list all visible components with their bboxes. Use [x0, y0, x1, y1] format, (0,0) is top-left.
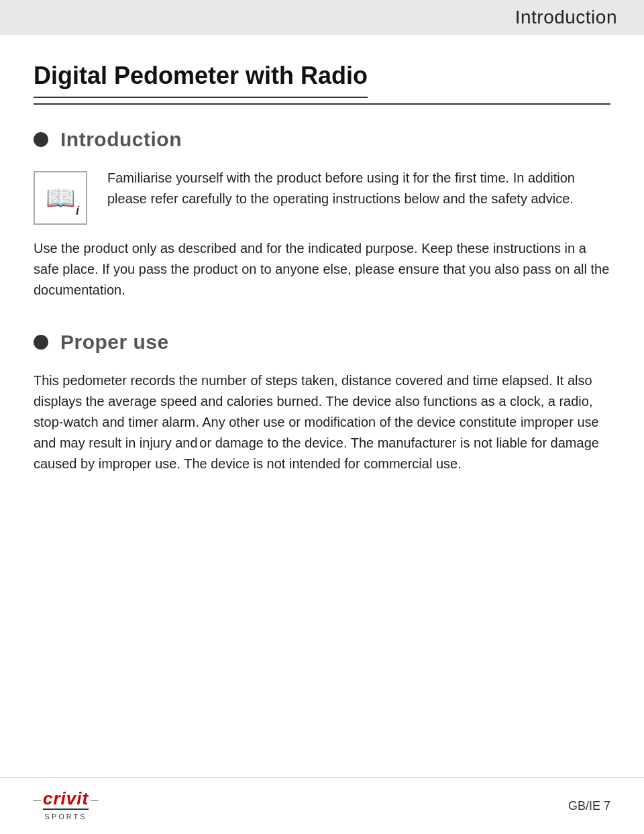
- intro-text-block: Familiarise yourself with the product be…: [107, 168, 610, 209]
- introduction-section-header: Introduction: [34, 128, 610, 151]
- book-icon: 📖: [46, 186, 76, 210]
- main-content: Digital Pedometer with Radio Introductio…: [0, 35, 644, 777]
- product-title: Digital Pedometer with Radio: [34, 62, 368, 98]
- header-bar: Introduction: [0, 0, 644, 35]
- proper-use-section: Proper use This pedometer records the nu…: [34, 331, 610, 474]
- page-number: GB/IE 7: [568, 799, 610, 813]
- introduction-paragraph2: Use the product only as described and fo…: [34, 238, 610, 301]
- page-footer: — crivit — SPORTS GB/IE 7: [0, 777, 644, 834]
- logo-crivit-text: crivit: [43, 790, 89, 810]
- info-icon: i: [76, 204, 79, 218]
- introduction-continuation: Use the product only as described and fo…: [34, 238, 610, 301]
- proper-use-paragraph1: This pedometer records the number of ste…: [34, 370, 610, 474]
- product-title-wrapper: Digital Pedometer with Radio: [34, 62, 610, 105]
- introduction-body: 📖 i Familiarise yourself with the produc…: [34, 168, 610, 225]
- proper-use-bullet: [34, 335, 48, 350]
- proper-use-section-header: Proper use: [34, 331, 610, 354]
- proper-use-section-title: Proper use: [60, 331, 169, 354]
- header-title: Introduction: [515, 7, 617, 28]
- logo-sports-text: SPORTS: [45, 813, 87, 821]
- introduction-bullet: [34, 132, 48, 147]
- title-divider: [34, 103, 610, 105]
- page: Introduction Digital Pedometer with Radi…: [0, 0, 644, 834]
- introduction-section-title: Introduction: [60, 128, 182, 151]
- introduction-paragraph1: Familiarise yourself with the product be…: [107, 168, 610, 209]
- footer-logo: — crivit — SPORTS: [34, 790, 98, 822]
- info-icon-box: 📖 i: [34, 171, 87, 225]
